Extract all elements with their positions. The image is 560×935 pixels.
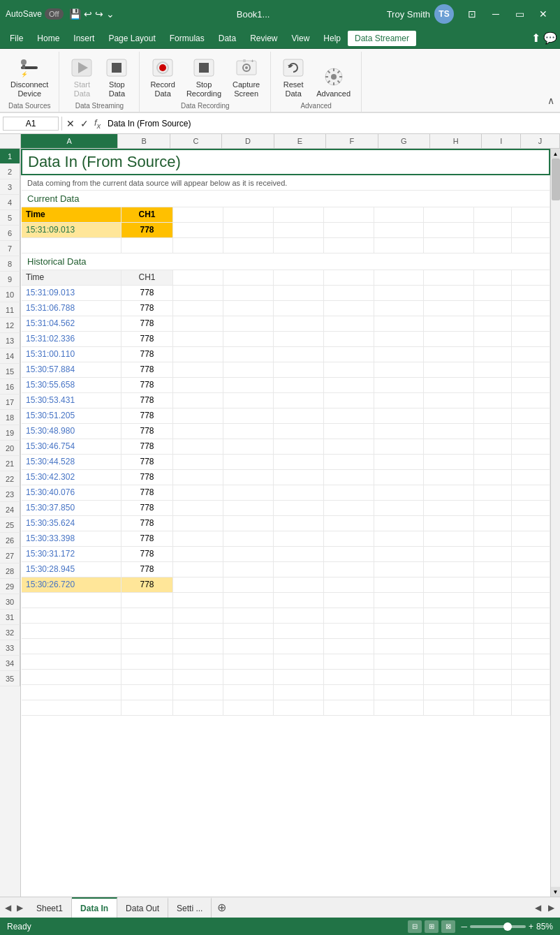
cell-ch1-header[interactable]: CH1 [121,207,173,222]
tab-sheet1[interactable]: Sheet1 [28,897,72,918]
tab-scroll-left-icon[interactable]: ◀ [532,901,544,914]
cell-hist-ch1[interactable]: 778 [121,346,173,362]
redo-icon[interactable]: ↪ [95,8,103,20]
col-header-B[interactable]: B [118,134,170,148]
cell-hist-time[interactable]: 15:31:00.110 [22,346,121,362]
cell-hist-ch1[interactable]: 778 [121,331,173,346]
cell-hist-time[interactable]: 15:30:28.945 [22,561,121,577]
page-layout-view-button[interactable]: ⊞ [425,920,439,933]
col-header-G[interactable]: G [378,134,430,148]
cell-hist-ch1[interactable]: 778 [121,439,173,454]
row-num-4[interactable]: 4 [0,195,20,210]
cell-hist-ch1[interactable]: 778 [121,577,173,592]
row-num-12[interactable]: 12 [0,318,20,333]
cell-title[interactable]: Data In (From Source) [22,149,550,175]
formula-input[interactable]: Data In (From Source) [105,117,557,130]
avatar[interactable]: TS [434,4,454,24]
formula-cancel-icon[interactable]: ✕ [65,118,76,129]
cell-hist-ch1[interactable]: 778 [121,515,173,531]
advanced-button[interactable]: Advanced [311,62,355,102]
row-num-16[interactable]: 16 [0,379,20,395]
page-break-view-button[interactable]: ⊠ [441,920,455,933]
menu-data[interactable]: Data [212,31,243,46]
row-num-5[interactable]: 5 [0,210,20,226]
menu-data-streamer[interactable]: Data Streamer [348,31,416,46]
row-num-3[interactable]: 3 [0,179,20,195]
cell-hist-ch1[interactable]: 778 [121,285,173,300]
scroll-track[interactable] [551,159,561,887]
capture-screen-button[interactable]: + CaptureScreen [228,53,265,102]
cell-hist-ch1[interactable]: 778 [121,377,173,392]
row-num-13[interactable]: 13 [0,333,20,348]
restore-button[interactable]: ▭ [508,4,531,24]
cell-hist-ch1[interactable]: 778 [121,316,173,331]
row-num-34[interactable]: 34 [0,656,20,671]
row-num-15[interactable]: 15 [0,364,20,379]
menu-help[interactable]: Help [316,31,348,46]
cell-hist-time[interactable]: 15:30:26.720 [22,577,121,592]
cell-hist-time[interactable]: 15:30:42.302 [22,469,121,485]
menu-home[interactable]: Home [30,31,66,46]
cell-hist-time-header[interactable]: Time [22,270,121,285]
row-num-20[interactable]: 20 [0,441,20,456]
row-num-8[interactable]: 8 [0,256,20,272]
row-num-32[interactable]: 32 [0,625,20,640]
cell-current-ch1[interactable]: 778 [121,222,173,237]
stop-recording-button[interactable]: StopRecording [182,53,226,102]
tab-next-button[interactable]: ▶ [15,903,25,913]
row-num-19[interactable]: 19 [0,425,20,441]
row-num-26[interactable]: 26 [0,533,20,548]
row-num-17[interactable]: 17 [0,395,20,410]
col-header-E[interactable]: E [274,134,326,148]
cell-hist-time[interactable]: 15:30:33.398 [22,531,121,546]
col-header-I[interactable]: I [482,134,521,148]
row-num-9[interactable]: 9 [0,272,20,287]
minimize-button[interactable]: ─ [485,4,507,24]
autosave-toggle[interactable]: Off [45,8,63,20]
col-header-H[interactable]: H [430,134,482,148]
cell-hist-ch1[interactable]: 778 [121,531,173,546]
ribbon-collapse-button[interactable]: ∧ [542,92,560,109]
cell-current-time[interactable]: 15:31:09.013 [22,222,121,237]
menu-insert[interactable]: Insert [66,31,101,46]
zoom-slider[interactable] [470,925,526,928]
menu-file[interactable]: File [3,31,30,46]
cell-hist-time[interactable]: 15:30:48.980 [22,423,121,439]
row-num-11[interactable]: 11 [0,302,20,318]
row-num-30[interactable]: 30 [0,594,20,610]
normal-view-button[interactable]: ⊟ [408,920,422,933]
row-num-35[interactable]: 35 [0,671,20,686]
row-num-28[interactable]: 28 [0,564,20,579]
row-num-22[interactable]: 22 [0,471,20,487]
col-header-D[interactable]: D [222,134,274,148]
cell-hist-ch1[interactable]: 778 [121,423,173,439]
scroll-up-button[interactable]: ▲ [551,149,561,159]
add-sheet-button[interactable]: ⊕ [212,897,231,918]
cell-hist-ch1[interactable]: 778 [121,500,173,515]
cell-hist-time[interactable]: 15:31:04.562 [22,316,121,331]
cell-time-header[interactable]: Time [22,207,121,222]
row-num-25[interactable]: 25 [0,517,20,533]
tab-data-in[interactable]: Data In [72,897,117,918]
row-num-18[interactable]: 18 [0,410,20,425]
row-num-33[interactable]: 33 [0,640,20,656]
disconnect-device-button[interactable]: ⚡ DisconnectDevice [6,53,53,102]
menu-view[interactable]: View [285,31,317,46]
zoom-in-button[interactable]: + [529,922,533,932]
cell-hist-ch1[interactable]: 778 [121,485,173,500]
cell-hist-time[interactable]: 15:30:35.624 [22,515,121,531]
cell-hist-time[interactable]: 15:30:31.172 [22,546,121,561]
menu-formulas[interactable]: Formulas [163,31,212,46]
close-button[interactable]: ✕ [532,4,554,24]
row-num-7[interactable]: 7 [0,241,20,256]
cell-hist-ch1[interactable]: 778 [121,392,173,408]
col-header-F[interactable]: F [326,134,378,148]
row-num-6[interactable]: 6 [0,226,20,241]
row-num-27[interactable]: 27 [0,548,20,564]
row-num-1[interactable]: 1 [0,149,20,164]
reset-data-button[interactable]: ResetData [277,53,310,102]
undo-icon[interactable]: ↩ [84,8,92,20]
cell-hist-time[interactable]: 15:30:44.528 [22,454,121,469]
cell-hist-time[interactable]: 15:30:51.205 [22,408,121,423]
row-num-10[interactable]: 10 [0,287,20,302]
